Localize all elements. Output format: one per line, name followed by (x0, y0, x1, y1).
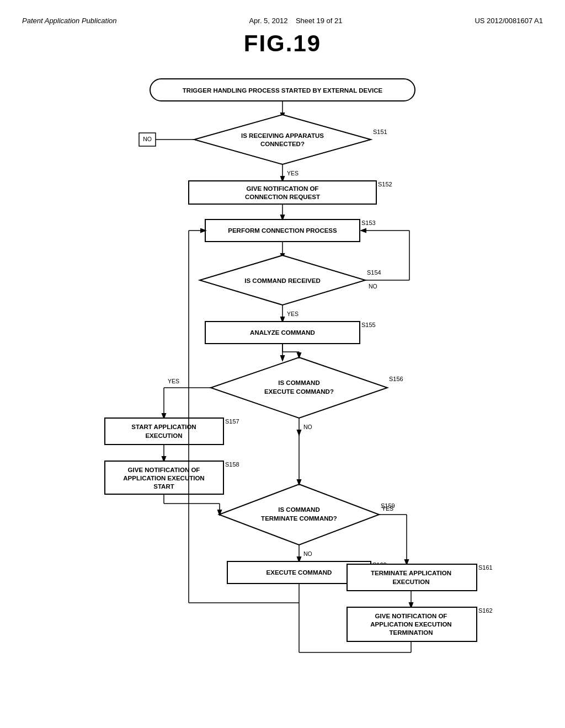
svg-text:NO: NO (303, 550, 312, 557)
svg-text:NO: NO (369, 283, 377, 290)
svg-text:ANALYZE COMMAND: ANALYZE COMMAND (250, 329, 315, 336)
svg-text:EXECUTE COMMAND: EXECUTE COMMAND (266, 569, 332, 576)
svg-text:S162: S162 (478, 607, 493, 614)
figure-title: FIG.19 (22, 30, 543, 57)
svg-text:S151: S151 (373, 129, 387, 135)
svg-text:EXECUTE COMMAND?: EXECUTE COMMAND? (264, 388, 334, 395)
svg-text:S152: S152 (378, 181, 392, 188)
svg-text:START APPLICATION: START APPLICATION (131, 424, 196, 430)
svg-text:S158: S158 (225, 461, 239, 468)
header-right: US 2012/0081607 A1 (475, 17, 543, 25)
svg-text:IS COMMAND: IS COMMAND (278, 506, 319, 513)
svg-rect-12 (189, 181, 376, 204)
svg-text:GIVE NOTIFICATION OF: GIVE NOTIFICATION OF (375, 613, 447, 619)
svg-marker-53 (219, 484, 379, 545)
svg-text:TRIGGER HANDLING PROCESS START: TRIGGER HANDLING PROCESS STARTED BY EXTE… (183, 87, 383, 94)
svg-text:YES: YES (168, 378, 179, 384)
svg-rect-43 (105, 418, 223, 445)
svg-text:GIVE NOTIFICATION OF: GIVE NOTIFICATION OF (128, 467, 200, 473)
svg-text:APPLICATION EXECUTION: APPLICATION EXECUTION (370, 621, 451, 628)
flowchart-svg: .fc-text { font-family: Arial, sans-seri… (67, 68, 498, 669)
svg-text:IS RECEIVING APPARATUS: IS RECEIVING APPARATUS (241, 132, 324, 139)
svg-text:PERFORM CONNECTION PROCESS: PERFORM CONNECTION PROCESS (228, 227, 337, 234)
svg-text:IS COMMAND RECEIVED: IS COMMAND RECEIVED (244, 277, 320, 284)
svg-text:APPLICATION EXECUTION: APPLICATION EXECUTION (123, 475, 204, 481)
svg-rect-73 (347, 564, 477, 591)
svg-text:GIVE NOTIFICATION OF: GIVE NOTIFICATION OF (247, 185, 319, 192)
svg-text:TERMINATE APPLICATION: TERMINATE APPLICATION (371, 570, 451, 576)
svg-text:CONNECTED?: CONNECTED? (260, 141, 305, 147)
page: Patent Application Publication Apr. 5, 2… (0, 0, 565, 728)
svg-text:CONNECTION REQUEST: CONNECTION REQUEST (245, 194, 320, 200)
svg-text:YES: YES (287, 311, 299, 317)
svg-text:EXECUTION: EXECUTION (145, 432, 182, 439)
svg-text:S154: S154 (367, 269, 381, 276)
svg-text:YES: YES (382, 505, 393, 512)
header-sheet: Sheet 19 of 21 (296, 17, 343, 25)
svg-marker-34 (211, 357, 387, 418)
svg-marker-3 (194, 115, 371, 164)
svg-text:S157: S157 (225, 418, 239, 425)
svg-text:TERMINATE COMMAND?: TERMINATE COMMAND? (261, 515, 337, 522)
svg-text:S155: S155 (361, 322, 376, 328)
svg-text:S153: S153 (361, 220, 376, 226)
header-date: Apr. 5, 2012 (249, 17, 287, 25)
svg-text:START: START (153, 483, 174, 490)
svg-text:IS COMMAND: IS COMMAND (278, 379, 319, 386)
header: Patent Application Publication Apr. 5, 2… (22, 17, 543, 25)
svg-text:NO: NO (143, 136, 152, 142)
svg-text:NO: NO (303, 424, 312, 430)
svg-text:YES: YES (287, 170, 299, 176)
svg-text:S161: S161 (478, 564, 493, 571)
svg-text:S156: S156 (389, 376, 403, 382)
header-center: Apr. 5, 2012 Sheet 19 of 21 (249, 17, 342, 25)
svg-text:EXECUTION: EXECUTION (392, 579, 429, 585)
svg-text:TERMINATION: TERMINATION (389, 629, 433, 636)
header-left: Patent Application Publication (22, 17, 117, 25)
